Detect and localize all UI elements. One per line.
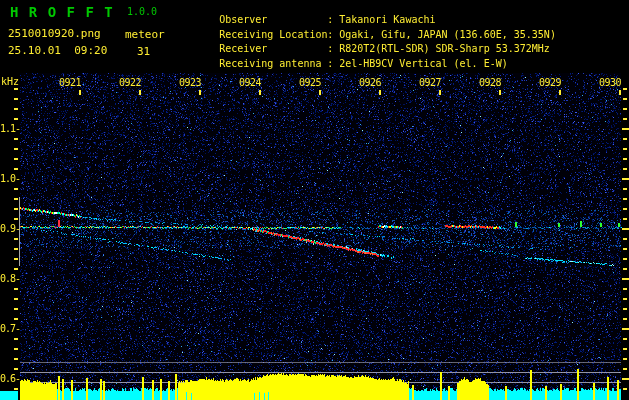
freq-label: 0.9- bbox=[0, 224, 20, 234]
mode-label: meteor bbox=[125, 29, 165, 40]
info-label: Receiving Location bbox=[219, 29, 327, 40]
freq-major-tick-right bbox=[622, 328, 629, 330]
freq-minor-tick-right bbox=[623, 238, 627, 240]
freq-minor-tick-right bbox=[623, 288, 627, 290]
freq-minor-tick-right bbox=[623, 138, 627, 140]
freq-minor-tick-left bbox=[14, 118, 18, 120]
freq-minor-tick-right bbox=[623, 198, 627, 200]
output-filename: 2510010920.png bbox=[8, 28, 101, 39]
freq-minor-tick-left bbox=[14, 258, 18, 260]
freq-minor-tick-left bbox=[14, 188, 18, 190]
date-time: 25.10.01 09:20 bbox=[8, 45, 107, 56]
time-tick bbox=[439, 90, 441, 95]
time-label: 0928 bbox=[475, 78, 501, 88]
freq-minor-tick-right bbox=[623, 348, 627, 350]
time-label: 0926 bbox=[355, 78, 381, 88]
freq-major-tick-right bbox=[622, 278, 629, 280]
info-label: Receiver bbox=[219, 43, 327, 54]
time-tick bbox=[139, 90, 141, 95]
time-label: 0921 bbox=[55, 78, 81, 88]
station-info: Observer: Takanori Kawachi Receiving Loc… bbox=[183, 3, 556, 61]
app-version: 1.0.0 bbox=[127, 7, 157, 17]
freq-minor-tick-left bbox=[14, 218, 18, 220]
freq-minor-tick-right bbox=[623, 158, 627, 160]
freq-minor-tick-right bbox=[623, 308, 627, 310]
freq-major-tick-right bbox=[622, 128, 629, 130]
freq-minor-tick-right bbox=[623, 248, 627, 250]
freq-minor-tick-left bbox=[14, 108, 18, 110]
freq-minor-tick-left bbox=[14, 88, 18, 90]
khz-unit-label: kHz bbox=[1, 77, 19, 87]
freq-minor-tick-right bbox=[623, 168, 627, 170]
freq-minor-tick-right bbox=[623, 298, 627, 300]
freq-major-tick-right bbox=[622, 378, 629, 380]
freq-minor-tick-left bbox=[14, 138, 18, 140]
time-tick bbox=[319, 90, 321, 95]
freq-label: 0.6- bbox=[0, 374, 20, 384]
freq-minor-tick-right bbox=[623, 318, 627, 320]
freq-minor-tick-left bbox=[14, 388, 18, 390]
freq-minor-tick-right bbox=[623, 108, 627, 110]
time-label: 0930 bbox=[595, 78, 621, 88]
freq-minor-tick-left bbox=[14, 338, 18, 340]
freq-minor-tick-right bbox=[623, 338, 627, 340]
time-label: 0929 bbox=[535, 78, 561, 88]
freq-minor-tick-left bbox=[14, 148, 18, 150]
freq-minor-tick-left bbox=[14, 268, 18, 270]
time-tick bbox=[499, 90, 501, 95]
info-label: Observer bbox=[219, 14, 327, 25]
freq-minor-tick-right bbox=[623, 368, 627, 370]
freq-minor-tick-left bbox=[14, 168, 18, 170]
time-tick bbox=[619, 90, 621, 95]
freq-minor-tick-left bbox=[14, 348, 18, 350]
freq-minor-tick-left bbox=[14, 248, 18, 250]
freq-minor-tick-right bbox=[623, 88, 627, 90]
freq-minor-tick-left bbox=[14, 318, 18, 320]
freq-minor-tick-left bbox=[14, 208, 18, 210]
time-tick bbox=[259, 90, 261, 95]
info-value: : 2el-HB9CV Vertical (el. E-W) bbox=[327, 58, 508, 69]
info-row-observer: Observer: Takanori Kawachi bbox=[183, 3, 556, 18]
time-label: 0924 bbox=[235, 78, 261, 88]
freq-minor-tick-right bbox=[623, 268, 627, 270]
freq-minor-tick-left bbox=[14, 368, 18, 370]
freq-minor-tick-left bbox=[14, 98, 18, 100]
time-tick bbox=[559, 90, 561, 95]
time-tick bbox=[79, 90, 81, 95]
info-value: : R820T2(RTL-SDR) SDR-Sharp 53.372MHz bbox=[327, 43, 550, 54]
freq-minor-tick-right bbox=[623, 148, 627, 150]
freq-minor-tick-right bbox=[623, 208, 627, 210]
freq-minor-tick-right bbox=[623, 98, 627, 100]
hrofft-window: H R O F F T 1.0.0 2510010920.png meteor … bbox=[0, 0, 629, 400]
info-value: : Ogaki, Gifu, JAPAN (136.60E, 35.35N) bbox=[327, 29, 556, 40]
freq-minor-tick-left bbox=[14, 288, 18, 290]
freq-minor-tick-left bbox=[14, 238, 18, 240]
info-label: Receiving antenna bbox=[219, 58, 327, 69]
info-value: : Takanori Kawachi bbox=[327, 14, 435, 25]
freq-minor-tick-right bbox=[623, 358, 627, 360]
freq-minor-tick-left bbox=[14, 298, 18, 300]
freq-minor-tick-right bbox=[623, 188, 627, 190]
time-tick bbox=[199, 90, 201, 95]
time-label: 0922 bbox=[115, 78, 141, 88]
freq-major-tick-right bbox=[622, 178, 629, 180]
time-tick bbox=[379, 90, 381, 95]
freq-minor-tick-left bbox=[14, 308, 18, 310]
freq-label: 0.7- bbox=[0, 324, 20, 334]
freq-minor-tick-right bbox=[623, 118, 627, 120]
freq-label: 1.1- bbox=[0, 124, 20, 134]
freq-minor-tick-left bbox=[14, 358, 18, 360]
freq-major-tick-right bbox=[622, 228, 629, 230]
echo-count: 31 bbox=[137, 46, 150, 57]
time-label: 0923 bbox=[175, 78, 201, 88]
freq-label: 1.0- bbox=[0, 174, 20, 184]
time-label: 0927 bbox=[415, 78, 441, 88]
app-title: H R O F F T bbox=[10, 5, 114, 19]
freq-minor-tick-right bbox=[623, 258, 627, 260]
freq-minor-tick-left bbox=[14, 158, 18, 160]
freq-label: 0.8- bbox=[0, 274, 20, 284]
time-label: 0925 bbox=[295, 78, 321, 88]
freq-minor-tick-right bbox=[623, 388, 627, 390]
freq-minor-tick-left bbox=[14, 198, 18, 200]
freq-minor-tick-right bbox=[623, 218, 627, 220]
